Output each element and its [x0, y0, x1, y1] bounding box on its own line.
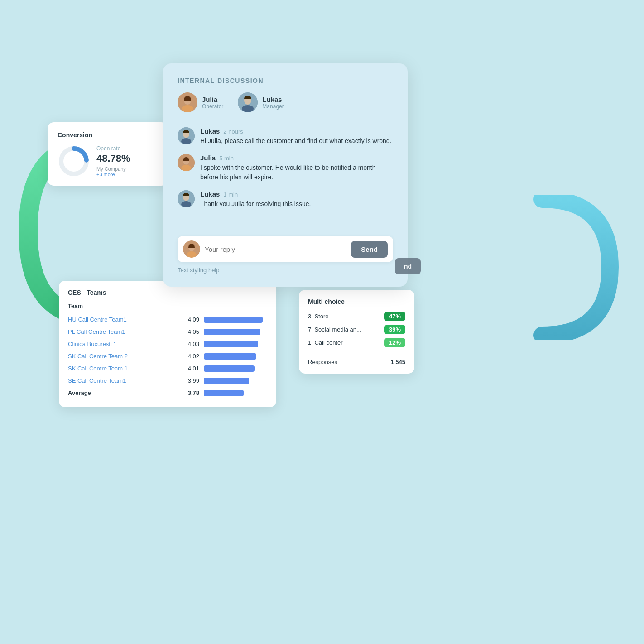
- multi-choice-label: 1. Call center: [308, 339, 343, 346]
- msg-1-author: Lukas: [200, 127, 220, 135]
- team-bar-cell: [204, 350, 267, 362]
- lukas-name: Lukas: [262, 96, 284, 103]
- message-1-content: Lukas 2 hours Hi Julia, please call the …: [200, 127, 392, 146]
- participant-julia: Julia Operator: [178, 92, 223, 112]
- participants-list: Julia Operator Lukas Manager: [178, 92, 393, 119]
- lukas-role: Manager: [262, 103, 284, 110]
- message-2: Julia 5 min I spoke with the customer. H…: [178, 154, 393, 182]
- multi-choice-row: 3. Store 47%: [308, 312, 405, 321]
- table-row: SE Call Centre Team1 3,99: [68, 375, 267, 387]
- msg-avatar-lukas-3: [178, 190, 195, 207]
- conversion-card: Conversion Open rate 48.78% My Company +…: [48, 122, 168, 186]
- msg-avatar-julia-2: [178, 154, 195, 171]
- send-button[interactable]: Send: [351, 241, 388, 258]
- msg-3-text: Thank you Julia for resolving this issue…: [200, 199, 311, 209]
- multi-title: Multi choice: [308, 298, 405, 305]
- team-score: 4,02: [186, 350, 204, 362]
- discussion-card: INTERNAL DISCUSSION Julia Operator: [163, 63, 408, 287]
- svg-point-17: [187, 251, 197, 258]
- message-1: Lukas 2 hours Hi Julia, please call the …: [178, 127, 393, 146]
- table-row: PL Call Centre Team1 4,05: [68, 326, 267, 338]
- multi-choice-row: 1. Call center 12%: [308, 338, 405, 347]
- reply-area: Send: [178, 236, 393, 262]
- col-team: Team: [68, 303, 186, 313]
- team-name: SK Call Centre Team 2: [68, 350, 186, 362]
- svg-point-14: [181, 201, 191, 207]
- right-arc-decoration: [529, 195, 619, 341]
- julia-role: Operator: [202, 103, 223, 110]
- msg-1-time: 2 hours: [223, 128, 243, 135]
- avg-score: 3,78: [186, 387, 204, 399]
- reply-input[interactable]: [205, 245, 346, 253]
- reply-avatar: [183, 240, 200, 258]
- table-row: SK Call Centre Team 1 4,01: [68, 362, 267, 375]
- team-score: 3,99: [186, 375, 204, 387]
- svg-point-11: [181, 165, 191, 171]
- multi-choice-badge: 12%: [384, 338, 405, 347]
- team-name: SK Call Centre Team 1: [68, 362, 186, 375]
- message-3-content: Lukas 1 min Thank you Julia for resolvin…: [200, 190, 311, 209]
- donut-chart: [58, 145, 90, 178]
- table-row: Clinica Bucuresti 1 4,03: [68, 338, 267, 350]
- ces-table: Team HU Call Centre Team1 4,09 PL Call C…: [68, 303, 267, 399]
- multi-footer: Responses 1 545: [308, 359, 405, 365]
- team-score: 4,01: [186, 362, 204, 375]
- messages-list: Lukas 2 hours Hi Julia, please call the …: [178, 127, 393, 227]
- text-styling-help-link[interactable]: Text styling help: [178, 267, 220, 274]
- team-score: 4,09: [186, 313, 204, 326]
- team-bar-cell: [204, 313, 267, 326]
- team-name: Clinica Bucuresti 1: [68, 338, 186, 350]
- msg-1-text: Hi Julia, please call the customer and f…: [200, 136, 392, 146]
- multi-choice-row: 7. Social media an... 39%: [308, 325, 405, 334]
- multi-choice-label: 3. Store: [308, 313, 329, 320]
- multi-choice-badge: 39%: [384, 325, 405, 334]
- conversion-title: Conversion: [58, 131, 158, 139]
- discussion-title: INTERNAL DISCUSSION: [178, 77, 393, 84]
- julia-name: Julia: [202, 96, 223, 103]
- msg-2-author: Julia: [200, 154, 216, 162]
- ces-teams-card: CES - Teams Team HU Call Centre Team1 4,…: [59, 281, 276, 407]
- msg-3-author: Lukas: [200, 190, 220, 198]
- multi-divider: [308, 354, 405, 354]
- multi-choice-card: Multi choice 3. Store 47% 7. Social medi…: [299, 290, 414, 374]
- msg-2-time: 5 min: [219, 155, 234, 162]
- more-link[interactable]: +3 more: [96, 172, 130, 177]
- table-row-average: Average 3,78: [68, 387, 267, 399]
- team-score: 4,05: [186, 326, 204, 338]
- multi-choice-label: 7. Social media an...: [308, 326, 361, 333]
- send-peek: nd: [395, 258, 421, 274]
- msg-3-time: 1 min: [223, 191, 238, 198]
- msg-avatar-lukas-1: [178, 127, 195, 144]
- team-name: HU Call Centre Team1: [68, 313, 186, 326]
- ces-title: CES - Teams: [68, 289, 267, 296]
- message-2-content: Julia 5 min I spoke with the customer. H…: [200, 154, 393, 182]
- team-score: 4,03: [186, 338, 204, 350]
- responses-value: 1 545: [390, 359, 405, 365]
- avg-bar-cell: [204, 387, 267, 399]
- table-row: HU Call Centre Team1 4,09: [68, 313, 267, 326]
- responses-label: Responses: [308, 359, 337, 365]
- svg-point-2: [182, 105, 193, 112]
- multi-choice-badge: 47%: [384, 312, 405, 321]
- message-3: Lukas 1 min Thank you Julia for resolvin…: [178, 190, 393, 209]
- avg-name: Average: [68, 387, 186, 399]
- svg-point-8: [181, 138, 191, 144]
- svg-point-5: [242, 105, 254, 112]
- open-rate-value: 48.78%: [96, 153, 130, 164]
- avatar-lukas: [238, 92, 258, 112]
- team-name: PL Call Centre Team1: [68, 326, 186, 338]
- company-name: My Company: [96, 166, 130, 172]
- multi-rows: 3. Store 47% 7. Social media an... 39% 1…: [308, 312, 405, 347]
- participant-lukas: Lukas Manager: [238, 92, 284, 112]
- team-bar-cell: [204, 326, 267, 338]
- open-rate-label: Open rate: [96, 145, 130, 152]
- team-bar-cell: [204, 362, 267, 375]
- team-name: SE Call Centre Team1: [68, 375, 186, 387]
- team-bar-cell: [204, 375, 267, 387]
- avatar-julia: [178, 92, 197, 112]
- team-bar-cell: [204, 338, 267, 350]
- table-row: SK Call Centre Team 2 4,02: [68, 350, 267, 362]
- msg-2-text: I spoke with the customer. He would like…: [200, 163, 393, 182]
- conversion-stats: Open rate 48.78% My Company +3 more: [96, 145, 130, 177]
